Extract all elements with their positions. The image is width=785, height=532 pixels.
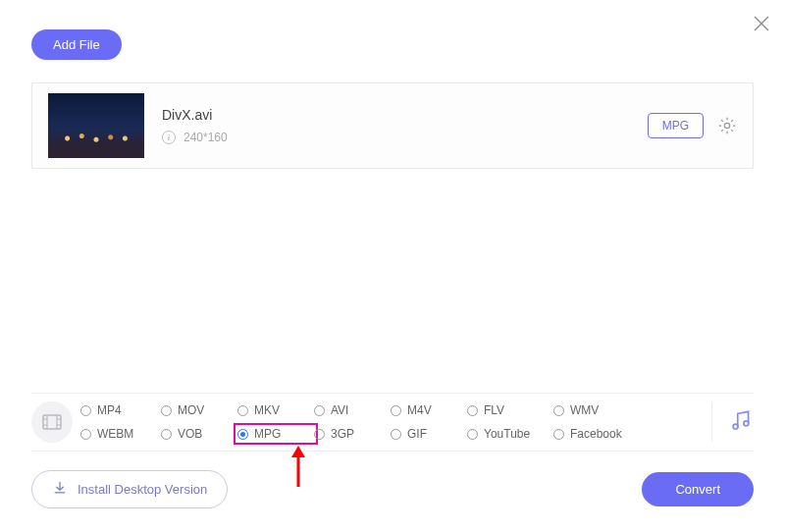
format-label: 3GP	[331, 427, 354, 441]
file-resolution: 240*160	[183, 131, 228, 144]
radio-icon	[80, 429, 91, 440]
install-desktop-button[interactable]: Install Desktop Version	[31, 470, 228, 508]
format-option-youtube[interactable]: YouTube	[467, 427, 553, 441]
gear-icon[interactable]	[717, 116, 737, 135]
radio-icon	[467, 429, 478, 440]
file-info: DivX.avi i 240*160	[162, 107, 648, 144]
close-icon[interactable]	[752, 14, 771, 33]
download-icon	[52, 480, 68, 499]
format-option-avi[interactable]: AVI	[314, 403, 391, 417]
format-option-wmv[interactable]: WMV	[553, 403, 644, 417]
svg-point-3	[744, 421, 749, 426]
format-option-mpg[interactable]: MPG	[237, 427, 314, 441]
format-label: FLV	[484, 403, 504, 417]
format-option-vob[interactable]: VOB	[161, 427, 237, 441]
add-file-button[interactable]: Add File	[31, 29, 122, 60]
radio-icon	[391, 405, 401, 416]
convert-button[interactable]: Convert	[642, 472, 754, 506]
format-option-mp4[interactable]: MP4	[80, 403, 161, 417]
file-name: DivX.avi	[162, 107, 648, 123]
format-option-mkv[interactable]: MKV	[237, 403, 314, 417]
format-label: VOB	[178, 427, 202, 441]
format-label: YouTube	[484, 427, 530, 441]
radio-icon	[161, 429, 172, 440]
radio-icon	[237, 429, 248, 440]
radio-icon	[161, 405, 172, 416]
radio-icon	[391, 429, 401, 440]
format-label: MOV	[178, 403, 204, 417]
format-selector: MP4MOVMKVAVIM4VFLVWMVWEBMVOBMPG3GPGIFYou…	[31, 393, 754, 452]
format-label: MKV	[254, 403, 280, 417]
music-icon[interactable]	[728, 407, 754, 437]
format-label: M4V	[407, 403, 432, 417]
format-option-flv[interactable]: FLV	[467, 403, 553, 417]
radio-icon	[553, 429, 564, 440]
format-label: MP4	[97, 403, 122, 417]
radio-icon	[314, 429, 325, 440]
format-option-facebook[interactable]: Facebook	[553, 427, 644, 441]
format-label: AVI	[331, 403, 348, 417]
format-label: Facebook	[570, 427, 622, 441]
format-option-3gp[interactable]: 3GP	[314, 427, 391, 441]
format-option-m4v[interactable]: M4V	[391, 403, 467, 417]
radio-icon	[80, 405, 91, 416]
svg-point-2	[733, 424, 738, 429]
file-row: DivX.avi i 240*160 MPG	[31, 82, 754, 169]
radio-icon	[237, 405, 248, 416]
video-icon	[31, 401, 73, 443]
radio-icon	[314, 405, 325, 416]
format-option-mov[interactable]: MOV	[161, 403, 237, 417]
divider	[711, 402, 712, 442]
format-option-webm[interactable]: WEBM	[80, 427, 161, 441]
file-thumbnail	[48, 93, 144, 158]
format-option-gif[interactable]: GIF	[391, 427, 467, 441]
format-label: WMV	[570, 403, 599, 417]
radio-icon	[553, 405, 564, 416]
radio-icon	[467, 405, 478, 416]
format-label: WEBM	[97, 427, 133, 441]
info-icon: i	[162, 131, 176, 144]
format-label: MPG	[254, 427, 281, 441]
install-desktop-label: Install Desktop Version	[78, 482, 207, 497]
format-label: GIF	[407, 427, 427, 441]
svg-rect-1	[43, 415, 61, 429]
format-badge-button[interactable]: MPG	[648, 113, 704, 138]
svg-point-0	[724, 123, 729, 128]
